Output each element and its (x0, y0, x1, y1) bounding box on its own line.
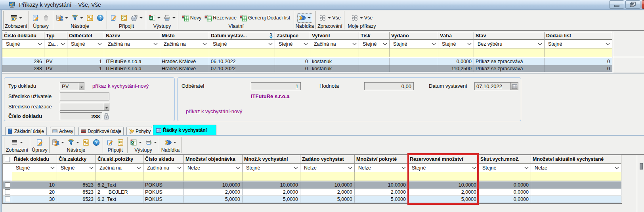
tab-radky-k-vychystani[interactable]: Řádky k vychystání (153, 125, 216, 135)
help-button[interactable] (96, 13, 105, 22)
grid-cell[interactable]: 110,2500 (438, 65, 474, 72)
filter-input-7[interactable] (355, 172, 408, 181)
filter-input-0[interactable] (2, 48, 44, 57)
filter-select-4[interactable]: Začíná na (160, 40, 209, 48)
generuj-dodaci-list-button[interactable]: Generuj Dodací list (239, 13, 291, 22)
grid-row-30[interactable]: 3065236.2_TextPOKUS5,00005,00005,00005,0… (3, 196, 621, 203)
combo-drop-button[interactable] (79, 83, 84, 90)
column-header-5[interactable]: Datum vystav...1 (209, 32, 275, 40)
grid-cell[interactable]: ITFutuRe s.r.o.a (104, 58, 160, 65)
grid-cell[interactable]: 5,0000 (355, 196, 408, 203)
filter-input-9[interactable] (390, 48, 438, 57)
grid-cell[interactable]: 2,0000 (408, 189, 479, 196)
grid-cell[interactable]: 0,0000 (438, 58, 474, 65)
filter-select-1[interactable]: Stejné (57, 164, 96, 172)
grid-cell[interactable]: 5,0000 (408, 196, 479, 203)
grid-cell[interactable]: 2 BOJLER (96, 189, 143, 196)
filter-input-8[interactable] (359, 48, 390, 57)
filter-select-2[interactable]: Začíná na (96, 164, 143, 172)
column-header-7[interactable]: Vytvořil (310, 32, 359, 40)
combo-drop-button[interactable] (104, 103, 109, 110)
filter-input-4[interactable] (184, 172, 243, 181)
grid-cell[interactable]: POKUS (143, 181, 184, 189)
filter-select-8[interactable]: Stejné (408, 164, 479, 172)
grid-cell[interactable]: 10,0000 (408, 181, 479, 189)
row-checkbox[interactable] (5, 197, 10, 202)
grid-cell[interactable]: 2,0000 (184, 189, 243, 196)
filter-select-3[interactable]: Začíná na (143, 164, 184, 172)
grid-cell[interactable]: 6523 (57, 189, 96, 196)
typ-dokladu-field[interactable]: PV (60, 82, 84, 90)
grid-cell[interactable]: 2,0000 (355, 189, 408, 196)
filter-input-3[interactable] (143, 172, 184, 181)
datum-vystaveni-field[interactable]: 07.10.2022 (474, 82, 518, 90)
column-header-10[interactable]: Množství aktuálně vychystané (531, 155, 621, 164)
grid-cell[interactable]: 2,0000 (300, 189, 355, 196)
cd-disk-button[interactable] (130, 13, 144, 22)
grid-cell[interactable]: 0 (275, 65, 310, 72)
grid-cell[interactable]: 10,0000 (243, 181, 300, 189)
filter-select-9[interactable]: Stejné (390, 40, 438, 48)
grid-cell[interactable]: PV (44, 65, 67, 72)
filter-input-1[interactable] (44, 48, 67, 57)
grid-cell[interactable]: 07.10.2022 (209, 65, 275, 72)
grid-cell[interactable]: kostanuk (310, 65, 359, 72)
filter-input-7[interactable] (310, 48, 359, 57)
column-header-11[interactable]: Stav (474, 32, 545, 40)
filter-input-8[interactable] (408, 172, 479, 181)
grid-row-288[interactable]: 288PV1ITFutuRe s.r.o.aHradec Králové07.1… (2, 65, 612, 72)
column-header-0[interactable]: Číslo dokladu (2, 32, 44, 40)
row-checkbox[interactable] (5, 189, 10, 195)
grid-cell[interactable]: 0,0000 (479, 196, 531, 203)
grid-cell[interactable]: 6523 (57, 181, 96, 189)
excel-button[interactable] (129, 138, 143, 147)
checklist-button[interactable] (116, 138, 125, 147)
grid-cell[interactable]: 1 (67, 65, 104, 72)
filter-select-7[interactable]: Nelze (355, 164, 408, 172)
grid-cell[interactable]: 286 (2, 58, 44, 65)
grid-cell[interactable]: 0 (275, 58, 310, 65)
excel-button[interactable] (147, 13, 162, 22)
filter-select-3[interactable]: Začíná na (104, 40, 160, 48)
printer-button[interactable] (162, 13, 177, 22)
grid-cell[interactable]: 6.2_Text (96, 196, 143, 203)
list-lines-button[interactable] (10, 138, 24, 147)
filter-input-11[interactable] (474, 48, 545, 57)
column-header-2[interactable]: Čís.skl.položky (96, 155, 143, 164)
printer-button[interactable] (144, 138, 158, 147)
odberatel-field[interactable]: 1 (251, 82, 301, 90)
filter-input-6[interactable] (300, 172, 355, 181)
grid-cell[interactable] (390, 58, 438, 65)
grid-cell[interactable]: ITFutuRe s.r.o.a (104, 65, 160, 72)
users-list-button[interactable] (55, 13, 69, 22)
filter-select-0[interactable]: Stejné (12, 164, 57, 172)
grid-cell[interactable]: POKUS (143, 189, 184, 196)
tab-zakladni-udaje[interactable]: Základní údaje (5, 127, 47, 135)
column-header-9[interactable]: Skut.vych.množ. (479, 155, 531, 164)
column-header-9[interactable]: Vydáno (390, 32, 438, 40)
chevrons-button[interactable] (298, 13, 312, 22)
vše-button[interactable]: Vše (350, 13, 374, 22)
stredisko-uzivatele-field[interactable] (60, 93, 109, 100)
column-header-4[interactable]: Množství objednávka (184, 155, 243, 164)
grid-cell[interactable]: PV (44, 58, 67, 65)
column-header-2[interactable]: Odběratel (67, 32, 104, 40)
note-pencil-button[interactable] (109, 13, 118, 22)
close-button[interactable] (642, 0, 644, 9)
filter-select-5[interactable]: Stejné (243, 164, 300, 172)
filter-select-12[interactable]: Stejné (545, 40, 612, 48)
column-header-12[interactable]: Dodací list (545, 32, 612, 40)
help-button[interactable] (92, 138, 101, 147)
grid-cell[interactable]: 6.2_Text (96, 181, 143, 189)
column-header-4[interactable]: Místo (160, 32, 209, 40)
grid-cell[interactable]: 0 (545, 65, 612, 72)
filter-select-9[interactable]: Stejné (479, 164, 531, 172)
grid-cell[interactable]: 288 (2, 65, 44, 72)
column-header-6[interactable]: Zástupce (275, 32, 310, 40)
edit-doc-button[interactable] (35, 138, 44, 147)
grid-cell[interactable]: 6523 (57, 196, 96, 203)
tab-adresy[interactable]: Adresy (50, 127, 75, 135)
sliders-button[interactable] (85, 13, 95, 22)
filter-select-0[interactable]: Stejné (2, 40, 44, 48)
filter-select-10[interactable]: Stejné (438, 40, 474, 48)
